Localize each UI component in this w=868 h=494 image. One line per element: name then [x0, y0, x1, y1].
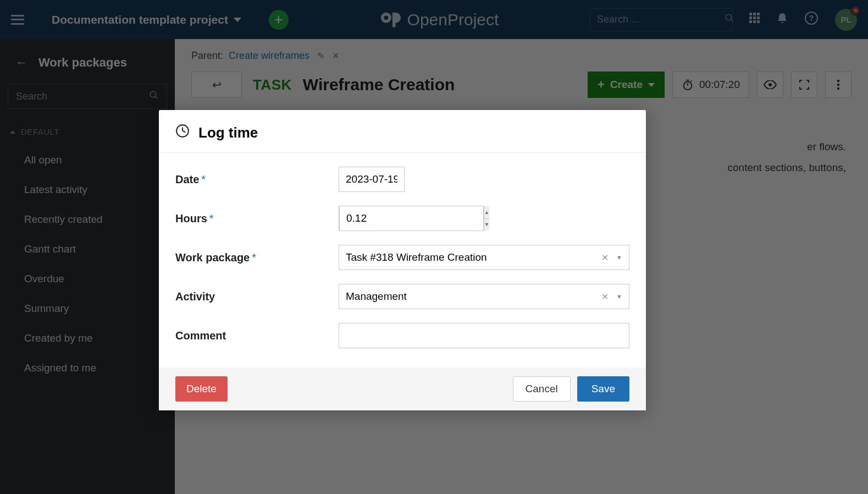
- date-row: Date*: [175, 167, 629, 192]
- activity-select[interactable]: Management ✕ ▼: [339, 284, 629, 309]
- activity-label: Activity: [175, 290, 339, 303]
- clear-icon[interactable]: ✕: [601, 292, 609, 302]
- work-package-value: Task #318 Wireframe Creation: [346, 251, 601, 264]
- log-time-modal: Log time Date* Hours* ▲ ▼ Work package* …: [159, 110, 646, 410]
- cancel-button[interactable]: Cancel: [513, 376, 571, 402]
- modal-header: Log time: [159, 110, 646, 153]
- comment-input[interactable]: [339, 323, 629, 348]
- modal-title: Log time: [198, 124, 258, 141]
- clock-icon: [175, 124, 190, 141]
- spinner: ▲ ▼: [484, 206, 489, 230]
- hours-row: Hours* ▲ ▼: [175, 206, 629, 231]
- date-label: Date*: [175, 173, 339, 186]
- work-package-label: Work package*: [175, 251, 339, 264]
- hours-input[interactable]: [339, 206, 484, 231]
- work-package-select[interactable]: Task #318 Wireframe Creation ✕ ▼: [339, 245, 629, 270]
- hours-label: Hours*: [175, 212, 339, 225]
- caret-down-icon: ▼: [616, 293, 622, 300]
- svg-line-25: [183, 131, 185, 132]
- date-input[interactable]: [339, 167, 405, 192]
- save-button[interactable]: Save: [577, 376, 629, 402]
- comment-row: Comment: [175, 323, 629, 348]
- clear-icon[interactable]: ✕: [601, 253, 609, 263]
- delete-button[interactable]: Delete: [175, 376, 228, 402]
- work-package-row: Work package* Task #318 Wireframe Creati…: [175, 245, 629, 270]
- caret-down-icon: ▼: [616, 254, 622, 261]
- activity-value: Management: [346, 290, 601, 303]
- spinner-down-icon[interactable]: ▼: [484, 219, 489, 231]
- comment-label: Comment: [175, 330, 339, 342]
- spinner-up-icon[interactable]: ▲: [484, 206, 489, 219]
- activity-row: Activity Management ✕ ▼: [175, 284, 629, 309]
- modal-body: Date* Hours* ▲ ▼ Work package* Task #318…: [159, 153, 646, 367]
- modal-footer: Delete Cancel Save: [159, 367, 646, 410]
- hours-stepper[interactable]: ▲ ▼: [339, 206, 413, 231]
